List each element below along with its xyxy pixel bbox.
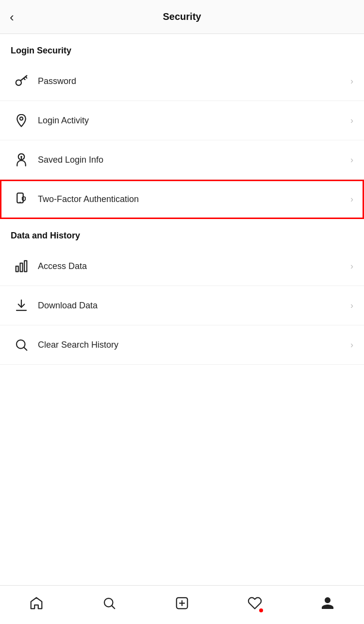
key-icon	[11, 70, 32, 92]
search-icon	[11, 334, 32, 355]
two-factor-label: Two-Factor Authentication	[38, 194, 347, 204]
nav-item-search[interactable]	[102, 596, 116, 610]
list-item-password[interactable]: Password ›	[0, 62, 364, 101]
svg-rect-9	[16, 266, 18, 271]
home-nav-icon	[29, 596, 44, 610]
nav-item-profile[interactable]	[320, 596, 335, 610]
saved-login-chevron: ›	[350, 155, 353, 165]
login-activity-label: Login Activity	[38, 116, 347, 126]
bar-chart-icon	[11, 255, 32, 277]
login-activity-chevron: ›	[350, 116, 353, 126]
access-data-chevron: ›	[350, 261, 353, 271]
plus-square-nav-icon	[175, 596, 189, 610]
svg-line-15	[24, 348, 27, 351]
keyhole-icon	[11, 149, 32, 170]
back-button[interactable]: ‹	[10, 11, 14, 23]
nav-item-activity[interactable]	[248, 596, 262, 610]
bottom-nav	[0, 585, 364, 624]
password-label: Password	[38, 76, 347, 86]
download-data-label: Download Data	[38, 301, 347, 311]
list-item-download-data[interactable]: Download Data ›	[0, 286, 364, 325]
download-icon	[11, 295, 32, 316]
download-data-chevron: ›	[350, 301, 353, 311]
clear-search-chevron: ›	[350, 340, 353, 350]
list-item-login-activity[interactable]: Login Activity ›	[0, 101, 364, 140]
svg-line-3	[24, 78, 25, 80]
nav-item-new-post[interactable]	[175, 596, 189, 610]
data-history-section-header: Data and History	[0, 219, 364, 247]
svg-rect-10	[20, 263, 23, 272]
access-data-label: Access Data	[38, 261, 347, 271]
svg-rect-11	[24, 261, 27, 272]
header: ‹ Security	[0, 0, 364, 34]
login-security-section-header: Login Security	[0, 34, 364, 62]
svg-line-2	[26, 77, 27, 78]
saved-login-label: Saved Login Info	[38, 155, 347, 165]
search-nav-icon	[102, 596, 116, 610]
clear-search-label: Clear Search History	[38, 340, 347, 350]
password-chevron: ›	[350, 76, 353, 86]
list-item-clear-search[interactable]: Clear Search History ›	[0, 325, 364, 365]
shield-device-icon	[11, 188, 32, 210]
person-nav-icon	[320, 596, 335, 610]
content-area: Login Security Password › Login Activity…	[0, 34, 364, 585]
location-icon	[11, 110, 32, 131]
heart-nav-icon	[248, 596, 262, 610]
activity-notification-dot	[259, 608, 263, 612]
page-title: Security	[163, 11, 201, 22]
list-item-saved-login[interactable]: Saved Login Info ›	[0, 140, 364, 180]
nav-item-home[interactable]	[29, 596, 44, 610]
svg-line-17	[112, 606, 115, 608]
list-item-access-data[interactable]: Access Data ›	[0, 247, 364, 286]
two-factor-chevron: ›	[350, 194, 353, 204]
svg-point-4	[20, 117, 23, 120]
list-item-two-factor[interactable]: Two-Factor Authentication ›	[0, 180, 364, 219]
